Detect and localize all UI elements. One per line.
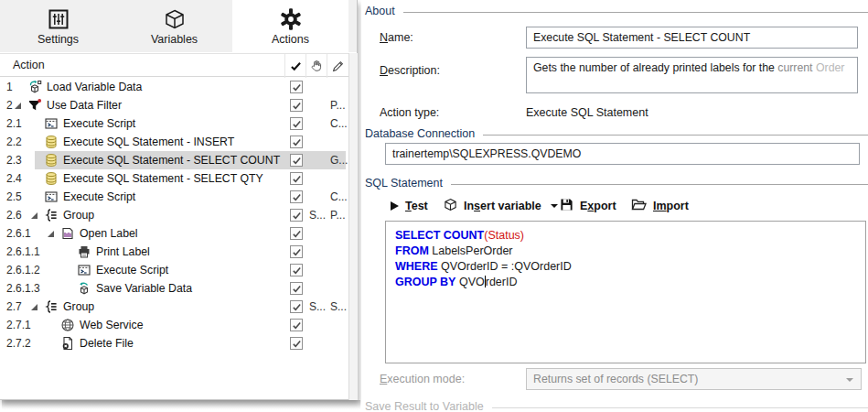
- save-result-title: Save Result to Variable: [365, 400, 484, 412]
- description-value: Gets the number of already printed label…: [533, 61, 844, 74]
- execution-mode-dropdown[interactable]: Returns set of records (SELECT): [526, 368, 862, 390]
- tree-row-2.7.2[interactable]: 2.7.2Delete File: [0, 334, 348, 352]
- expander-triangle-icon[interactable]: [31, 304, 38, 310]
- description-input[interactable]: Gets the number of already printed label…: [526, 57, 858, 93]
- action-label: Execute SQL Statement - SELECT COUNT: [63, 154, 280, 167]
- sql-token: GROUP BY: [395, 276, 455, 288]
- sql-icon: [44, 135, 59, 149]
- enabled-checkbox[interactable]: [290, 227, 303, 240]
- action-label: Group: [63, 300, 94, 313]
- enabled-checkbox[interactable]: [290, 136, 303, 148]
- tab-actions[interactable]: Actions: [232, 0, 348, 52]
- execute-script-icon: [44, 190, 59, 204]
- database-connection-section-header: Database Connection: [365, 127, 868, 140]
- action-type-value: Execute SQL Statement: [526, 106, 648, 119]
- enabled-checkbox[interactable]: [290, 209, 303, 222]
- action-label: Print Label: [96, 245, 150, 258]
- action-label: Open Label: [80, 227, 138, 240]
- insert-variable-button[interactable]: Insert variable: [444, 196, 558, 216]
- sql-token: (Status): [484, 229, 524, 242]
- sliders-icon: [48, 7, 69, 31]
- tree-row-2.6.1.2[interactable]: 2.6.1.2Execute Script: [0, 261, 348, 279]
- tree-row-2.7.1[interactable]: 2.7.1Web Service: [0, 316, 348, 334]
- expander-triangle-icon[interactable]: [15, 103, 21, 109]
- scrollbar-track[interactable]: [349, 53, 358, 400]
- open-folder-icon: [631, 198, 647, 215]
- hand-icon[interactable]: [305, 54, 327, 78]
- tree-row-2[interactable]: 2Use Data FilterP...: [0, 96, 348, 114]
- tree-row-2.7[interactable]: 2.7GroupS...S...: [0, 298, 348, 316]
- database-connection-input[interactable]: trainertemp\SQLEXPRESS.QVDEMO: [385, 143, 860, 165]
- action-tree: 1Load Variable Data2Use Data FilterP...2…: [0, 78, 348, 352]
- action-label: Delete File: [80, 337, 134, 350]
- enabled-checkbox[interactable]: [290, 81, 303, 93]
- enabled-checkbox[interactable]: [290, 337, 303, 350]
- import-button[interactable]: Import: [631, 196, 689, 216]
- modifier-abbrev: C...: [330, 117, 348, 130]
- row-number: 2.6.1.3: [6, 282, 40, 295]
- enabled-checkbox[interactable]: [290, 99, 303, 112]
- insert-variable-label: Insert variable: [464, 200, 541, 212]
- enabled-checkbox[interactable]: [290, 282, 303, 295]
- sql-statement-editor[interactable]: SELECT COUNT(Status)FROM LabelsPerOrderW…: [385, 221, 866, 363]
- tree-row-2.4[interactable]: 2.4Execute SQL Statement - SELECT QTY: [0, 169, 348, 188]
- panel-shadow: [2, 400, 360, 409]
- modifier-abbrev: S...: [330, 300, 347, 313]
- sql-code-line: WHERE QVOrderID = :QVOrderID: [395, 259, 856, 275]
- pencil-icon[interactable]: [327, 54, 348, 78]
- enabled-checkbox[interactable]: [290, 190, 303, 203]
- condition-abbrev: S...: [309, 209, 326, 222]
- enabled-checkbox[interactable]: [290, 172, 303, 185]
- tab-variables[interactable]: Variables: [116, 0, 232, 52]
- about-section-header: About: [365, 5, 868, 17]
- modifier-abbrev: P...: [330, 209, 345, 222]
- name-input[interactable]: Execute SQL Statement - SELECT COUNT: [526, 27, 858, 49]
- row-number: 2: [6, 99, 13, 112]
- row-number: 2.6: [6, 209, 22, 222]
- row-number: 2.1: [6, 117, 22, 130]
- group-icon: [44, 208, 59, 222]
- tree-row-2.1[interactable]: 2.1Execute ScriptC...: [0, 114, 348, 133]
- load-variable-data-icon: [27, 80, 42, 94]
- modifier-abbrev: P...: [330, 99, 345, 112]
- enabled-checkbox[interactable]: [290, 117, 303, 130]
- row-number: 2.4: [6, 172, 22, 185]
- tree-row-2.6.1.1[interactable]: 2.6.1.1Print Label: [0, 243, 348, 261]
- enabled-checkbox[interactable]: [290, 245, 303, 258]
- enabled-checkbox[interactable]: [290, 300, 303, 313]
- export-button[interactable]: Export: [560, 196, 616, 216]
- row-number: 2.6.1.2: [6, 264, 40, 276]
- sql-code-line: GROUP BY QVOrderID: [395, 275, 856, 290]
- properties-panel: About Name: Execute SQL Statement - SELE…: [361, 0, 868, 412]
- action-label: Execute Script: [63, 117, 135, 130]
- row-number: 2.3: [6, 154, 22, 167]
- expander-triangle-icon[interactable]: [31, 212, 38, 219]
- test-button[interactable]: Test: [391, 196, 428, 216]
- execution-mode-value: Returns set of records (SELECT): [533, 373, 698, 385]
- enabled-checkbox[interactable]: [290, 154, 303, 167]
- expander-triangle-icon[interactable]: [48, 231, 54, 237]
- tree-row-2.5[interactable]: 2.5Execute ScriptC...: [0, 188, 348, 206]
- modifier-abbrev: C...: [330, 190, 348, 203]
- tree-row-2.6.1.3[interactable]: 2.6.1.3Save Variable Data: [0, 279, 348, 298]
- actions-panel: Settings Variables Actions Action: [0, 0, 358, 400]
- tree-row-1[interactable]: 1Load Variable Data: [0, 78, 348, 96]
- chevron-down-icon: [551, 204, 558, 208]
- sql-statement-section-header: SQL Statement: [365, 177, 868, 190]
- chevron-down-icon: [846, 378, 853, 382]
- save-result-section-header: Save Result to Variable: [365, 400, 868, 412]
- tree-row-2.3[interactable]: 2.3Execute SQL Statement - SELECT COUNTG…: [0, 151, 348, 169]
- tree-row-2.6.1[interactable]: 2.6.1Open Label: [0, 224, 348, 243]
- section-divider: [403, 12, 868, 13]
- row-number: 2.7.1: [6, 319, 31, 331]
- tree-row-2.2[interactable]: 2.2Execute SQL Statement - INSERT: [0, 133, 348, 151]
- tree-row-2.6[interactable]: 2.6GroupS...P...: [0, 206, 348, 224]
- row-number: 2.6.1.1: [6, 245, 40, 258]
- tab-actions-label: Actions: [272, 33, 309, 46]
- enabled-checkbox[interactable]: [290, 264, 303, 276]
- enabled-checkbox[interactable]: [290, 319, 303, 331]
- check-icon[interactable]: [284, 54, 305, 78]
- sql-code-line: SELECT COUNT(Status): [395, 228, 856, 244]
- section-divider: [492, 407, 868, 408]
- tab-settings[interactable]: Settings: [0, 0, 116, 52]
